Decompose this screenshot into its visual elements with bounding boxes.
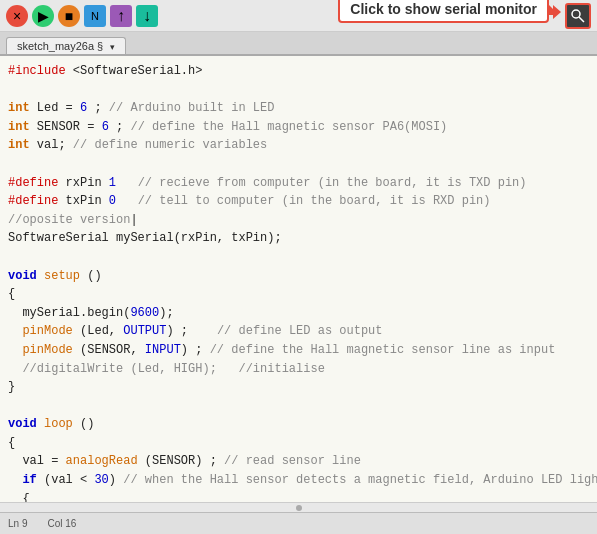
serial-tooltip: Click to show serial monitor	[338, 0, 549, 23]
code-line: mySerial.begin(9600);	[8, 304, 589, 323]
open-button[interactable]: ↑	[110, 5, 132, 27]
stop-button[interactable]: ■	[58, 5, 80, 27]
code-line	[8, 81, 589, 100]
svg-line-2	[579, 17, 584, 22]
code-line: //digitalWrite (Led, HIGH); //initialise	[8, 360, 589, 379]
code-editor[interactable]: #include <SoftwareSerial.h> int Led = 6 …	[0, 56, 597, 502]
run-button[interactable]: ▶	[32, 5, 54, 27]
code-line: int SENSOR = 6 ; // define the Hall magn…	[8, 118, 589, 137]
status-col: Col 16	[47, 518, 76, 529]
code-line: int Led = 6 ; // Arduino built in LED	[8, 99, 589, 118]
code-line: SoftwareSerial mySerial(rxPin, txPin);	[8, 229, 589, 248]
close-button[interactable]: ×	[6, 5, 28, 27]
code-line: void loop ()	[8, 415, 589, 434]
new-button[interactable]: N	[84, 5, 106, 27]
code-line: #define rxPin 1 // recieve from computer…	[8, 174, 589, 193]
code-line: pinMode (SENSOR, INPUT) ; // define the …	[8, 341, 589, 360]
scroll-indicator	[0, 502, 597, 512]
code-line: {	[8, 434, 589, 453]
tab-bar: sketch_may26a § ▾	[0, 32, 597, 56]
file-tab[interactable]: sketch_may26a § ▾	[6, 37, 126, 54]
code-line: //oposite version|	[8, 211, 589, 230]
code-line: val = analogRead (SENSOR) ; // read sens…	[8, 452, 589, 471]
status-bar: Ln 9 Col 16	[0, 512, 597, 534]
toolbar: × ▶ ■ N ↑ ↓ Click to show serial monitor	[0, 0, 597, 32]
code-line: }	[8, 378, 589, 397]
code-line: if (val < 30) // when the Hall sensor de…	[8, 471, 589, 490]
scroll-dot	[296, 505, 302, 511]
magnifier-icon	[571, 9, 585, 23]
save-button[interactable]: ↓	[136, 5, 158, 27]
tab-name: sketch_may26a §	[17, 40, 103, 52]
app-window: × ▶ ■ N ↑ ↓ Click to show serial monitor…	[0, 0, 597, 534]
code-line: {	[8, 285, 589, 304]
code-line: #define txPin 0 // tell to computer (in …	[8, 192, 589, 211]
tab-dropdown-icon: ▾	[110, 42, 115, 52]
serial-monitor-area: Click to show serial monitor	[565, 3, 591, 29]
code-line	[8, 248, 589, 267]
status-line: Ln 9	[8, 518, 27, 529]
code-line: int val; // define numeric variables	[8, 136, 589, 155]
code-line	[8, 155, 589, 174]
code-line: pinMode (Led, OUTPUT) ; // define LED as…	[8, 322, 589, 341]
code-area[interactable]: #include <SoftwareSerial.h> int Led = 6 …	[0, 56, 597, 512]
code-line: void setup ()	[8, 267, 589, 286]
code-line	[8, 397, 589, 416]
code-line: {	[8, 490, 589, 502]
serial-monitor-button[interactable]	[565, 3, 591, 29]
svg-point-1	[572, 10, 580, 18]
code-line: #include <SoftwareSerial.h>	[8, 62, 589, 81]
